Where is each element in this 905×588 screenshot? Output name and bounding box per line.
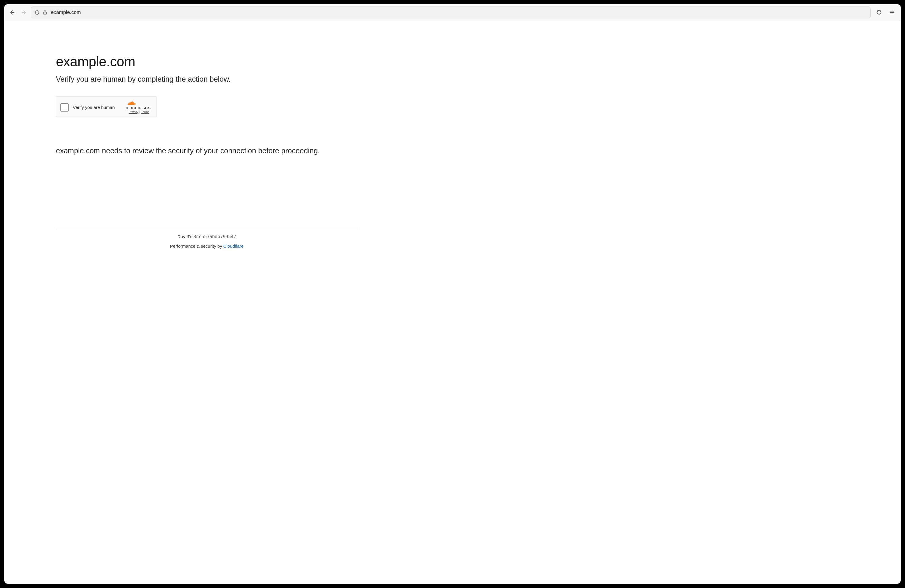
back-button[interactable]: [8, 8, 17, 17]
shield-icon: [35, 10, 40, 15]
verify-checkbox-label: Verify you are human: [73, 105, 122, 110]
perf-line: Performance & security by Cloudflare: [56, 243, 358, 249]
menu-button[interactable]: [887, 7, 897, 17]
review-message: example.com needs to review the security…: [56, 146, 358, 155]
site-title: example.com: [56, 54, 358, 70]
browser-toolbar: [4, 4, 901, 21]
separator-dot: •: [139, 110, 141, 114]
cloudflare-wordmark: CLOUDFLARE: [126, 106, 152, 110]
cloudflare-cloud-icon: [126, 101, 152, 106]
browser-window: example.com Verify you are human by comp…: [4, 4, 901, 584]
ray-id-line: Ray ID: 8cc553abdb799547: [56, 234, 358, 239]
svg-rect-2: [43, 12, 47, 14]
perf-prefix: Performance & security by: [170, 243, 223, 249]
address-bar[interactable]: [31, 6, 871, 18]
verify-checkbox[interactable]: [60, 103, 69, 111]
turnstile-branding: CLOUDFLARE Privacy•Terms: [126, 101, 152, 114]
ray-id-value: 8cc553abdb799547: [194, 234, 237, 239]
verify-subtitle: Verify you are human by completing the a…: [56, 75, 358, 83]
arrow-left-icon: [10, 10, 15, 15]
extensions-button[interactable]: [874, 7, 884, 17]
page-content: example.com Verify you are human by comp…: [4, 21, 901, 584]
lock-icon: [43, 10, 47, 15]
forward-button[interactable]: [19, 8, 28, 17]
hamburger-icon: [889, 10, 895, 15]
turnstile-widget: Verify you are human CLOUDFLARE Privacy•…: [56, 97, 157, 117]
turnstile-privacy-link[interactable]: Privacy: [129, 110, 138, 114]
url-input[interactable]: [51, 10, 867, 15]
turnstile-terms-link[interactable]: Terms: [141, 110, 149, 114]
page-footer: Ray ID: 8cc553abdb799547 Performance & s…: [56, 229, 358, 249]
puzzle-icon: [876, 10, 882, 15]
ray-id-label: Ray ID:: [178, 234, 194, 239]
arrow-right-icon: [21, 10, 27, 15]
cloudflare-link[interactable]: Cloudflare: [223, 243, 243, 249]
